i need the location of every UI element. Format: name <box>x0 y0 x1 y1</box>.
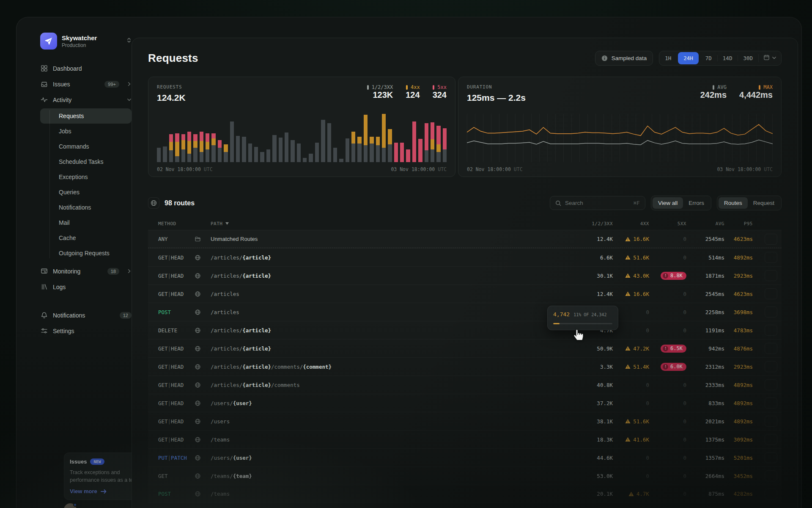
route-row[interactable]: DELETE/articles/{article}4.7K001191ms478… <box>148 321 782 339</box>
row-action-button[interactable] <box>765 288 777 299</box>
count-4xx: 16.6K <box>625 291 649 297</box>
avg-duration: 942ms <box>708 345 724 352</box>
p95-duration: 5201ms <box>734 455 753 461</box>
row-action-button[interactable] <box>765 343 777 354</box>
row-action-button[interactable] <box>765 416 777 427</box>
route-row[interactable]: GET|HEAD/articles/{article}50.9K47.2K!6.… <box>148 339 782 357</box>
sidebar-subitem-outgoing-requests[interactable]: Outgoing Requests <box>40 246 132 261</box>
sidebar-item-issues[interactable]: Issues99+ <box>40 76 132 92</box>
sidebar-subitem-scheduled-tasks[interactable]: Scheduled Tasks <box>40 154 132 169</box>
filter-view-all[interactable]: View all <box>653 197 683 209</box>
route-row[interactable]: GET|HEAD/users38.1K51.6K02021ms4892ms <box>148 412 782 430</box>
requests-x-axis: 02 Nov 18:00:00 UTC 03 Nov 18:00:00 UTC <box>157 166 447 172</box>
route-row[interactable]: GET|HEAD/teams18.3K41.6K01375ms3092ms <box>148 430 782 448</box>
sidebar-subitem-exceptions[interactable]: Exceptions <box>40 169 132 185</box>
sort-desc-icon <box>225 222 229 225</box>
range-14d[interactable]: 14D <box>717 51 738 65</box>
row-action-button[interactable] <box>765 270 777 281</box>
row-action-button[interactable] <box>765 434 777 445</box>
range-1h[interactable]: 1H <box>659 51 677 65</box>
workspace-switcher[interactable]: Skywatcher Production <box>40 33 132 50</box>
sidebar-subitem-jobs[interactable]: Jobs <box>40 124 132 139</box>
count-5xx: 0 <box>683 491 686 497</box>
sidebar-item-dashboard[interactable]: Dashboard <box>40 61 132 76</box>
requests-bar-chart[interactable] <box>157 114 447 162</box>
row-action-button[interactable] <box>765 252 777 263</box>
count-5xx: 0 <box>683 455 686 461</box>
bar <box>236 136 240 162</box>
chevron-down-icon <box>127 97 132 103</box>
col-p95: P95 <box>744 221 753 226</box>
route-row[interactable]: POST/articles002258ms3698ms <box>148 303 782 321</box>
range-7d[interactable]: 7D <box>700 51 717 65</box>
row-action-button[interactable] <box>765 470 777 481</box>
avg-duration: 2258ms <box>705 309 724 315</box>
route-row[interactable]: POST/teams20.1K4.7K0875ms4282ms <box>148 485 782 503</box>
sidebar-subitem-requests[interactable]: Requests <box>40 108 132 124</box>
count-123xx: 3.3K <box>600 364 613 370</box>
p95-duration: 4892ms <box>734 382 753 388</box>
search-input[interactable]: Search ⌘F <box>550 196 645 210</box>
sampled-data-pill[interactable]: Sampled data <box>595 51 653 66</box>
filter-errors[interactable]: Errors <box>683 197 710 209</box>
range-30d[interactable]: 30D <box>738 51 758 65</box>
warning-icon <box>625 273 631 278</box>
chevron-right-icon <box>127 268 132 275</box>
range-24h[interactable]: 24H <box>678 52 699 64</box>
route-row[interactable]: GET|HEAD/articles/{article}/comments40.8… <box>148 375 782 394</box>
exclamation-icon: ! <box>663 273 668 279</box>
sidebar-item-activity[interactable]: Activity <box>40 92 132 108</box>
sidebar-item-monitoring[interactable]: Monitoring18 <box>40 263 132 279</box>
route-row[interactable]: GET|HEAD/articles/{article}6.6K51.6K0514… <box>148 248 782 266</box>
count-123xx: 12.4K <box>597 291 613 297</box>
route-row[interactable]: GET/teams/{team}53.0K002664ms3452ms <box>148 467 782 485</box>
row-action-button[interactable] <box>765 234 777 245</box>
filter-request[interactable]: Request <box>748 197 780 209</box>
view-more-link[interactable]: View more <box>70 488 142 494</box>
bar <box>321 120 325 162</box>
route-row[interactable]: PUT|PATCH/users/{user}44.6K001357ms5201m… <box>148 448 782 467</box>
col-path[interactable]: PATH <box>211 221 562 226</box>
sidebar-subitem-commands[interactable]: Commands <box>40 139 132 154</box>
row-action-button[interactable] <box>765 379 777 390</box>
sidebar-item-notifications[interactable]: Notifications12 <box>40 307 132 323</box>
route-row[interactable]: GET|HEAD/articles12.4K16.6K02545ms4623ms <box>148 284 782 303</box>
avg-duration: 1375ms <box>705 436 724 443</box>
route-path: /articles/{article} <box>211 327 562 334</box>
bar <box>364 115 368 162</box>
count-5xx: 0 <box>683 382 686 388</box>
sidebar-subitem-mail[interactable]: Mail <box>40 215 132 230</box>
globe-icon <box>195 382 211 388</box>
row-action-button[interactable] <box>765 306 777 318</box>
bar <box>333 148 337 162</box>
route-row[interactable]: GET|HEAD/users/{user}37.2K00833ms4892ms <box>148 394 782 412</box>
sidebar-subitem-notifications[interactable]: Notifications <box>40 200 132 215</box>
filter-routes[interactable]: Routes <box>719 197 748 209</box>
sidebar-item-settings[interactable]: Settings <box>40 323 132 339</box>
select-chevrons-icon[interactable] <box>126 37 132 45</box>
brand-environment: Production <box>62 42 97 48</box>
count-5xx: !6.5K <box>661 345 686 353</box>
route-row[interactable]: GET|HEAD/articles/{article}30.1K43.0K!8.… <box>148 266 782 284</box>
row-action-button[interactable] <box>765 489 777 500</box>
duration-line-chart[interactable] <box>467 114 773 162</box>
sidebar-item-logs[interactable]: Logs <box>40 279 132 295</box>
row-action-button[interactable] <box>765 452 777 463</box>
bell-icon <box>40 312 48 319</box>
sidebar-subitem-cache[interactable]: Cache <box>40 230 132 246</box>
calendar-picker[interactable] <box>758 54 781 63</box>
route-row[interactable]: GET|HEAD/articles/{article}/comments/{co… <box>148 357 782 375</box>
legend-marker <box>759 85 760 90</box>
route-row[interactable]: ANYUnmatched Routes12.4K16.6K02545ms4623… <box>148 230 782 248</box>
p95-duration: 3698ms <box>734 309 753 315</box>
route-path: /articles/{article} <box>211 345 562 352</box>
count-4xx: 0 <box>646 455 649 461</box>
route-path: /users/{user} <box>211 400 562 406</box>
row-action-button[interactable] <box>765 325 777 336</box>
row-action-button[interactable] <box>765 361 777 372</box>
count-4xx: 0 <box>646 400 649 406</box>
route-path: /teams/{team} <box>211 473 562 479</box>
row-action-button[interactable] <box>765 398 777 409</box>
sidebar-subitem-queries[interactable]: Queries <box>40 185 132 200</box>
legend-4xx: 4xx 124 <box>406 84 420 103</box>
